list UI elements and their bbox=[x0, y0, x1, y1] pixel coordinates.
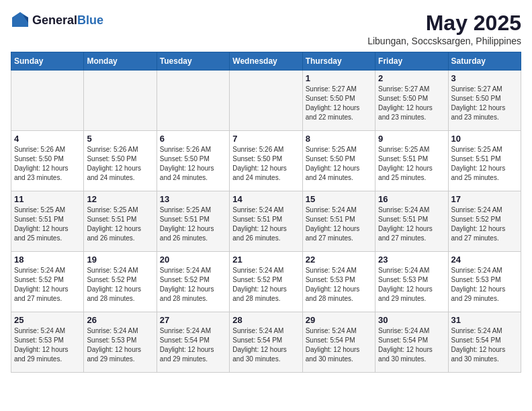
calendar-cell: 6Sunrise: 5:26 AM Sunset: 5:50 PM Daylig… bbox=[157, 131, 229, 191]
calendar-cell: 5Sunrise: 5:26 AM Sunset: 5:50 PM Daylig… bbox=[84, 131, 157, 191]
day-number: 11 bbox=[14, 194, 81, 204]
day-number: 23 bbox=[378, 255, 445, 265]
calendar-cell: 15Sunrise: 5:24 AM Sunset: 5:51 PM Dayli… bbox=[302, 191, 375, 252]
day-number: 7 bbox=[232, 134, 299, 144]
day-info: Sunrise: 5:25 AM Sunset: 5:51 PM Dayligh… bbox=[160, 205, 226, 243]
day-info: Sunrise: 5:27 AM Sunset: 5:50 PM Dayligh… bbox=[378, 85, 445, 122]
calendar-week-row: 1Sunrise: 5:27 AM Sunset: 5:50 PM Daylig… bbox=[11, 71, 521, 131]
calendar-cell: 7Sunrise: 5:26 AM Sunset: 5:50 PM Daylig… bbox=[230, 131, 302, 191]
weekday-header-row: SundayMondayTuesdayWednesdayThursdayFrid… bbox=[11, 52, 521, 71]
day-number: 17 bbox=[451, 194, 518, 204]
svg-marker-0 bbox=[12, 12, 28, 27]
calendar-cell: 13Sunrise: 5:25 AM Sunset: 5:51 PM Dayli… bbox=[157, 191, 229, 252]
day-number: 2 bbox=[378, 73, 445, 83]
location-subtitle: Libungan, Soccsksargen, Philippines bbox=[367, 36, 521, 46]
day-info: Sunrise: 5:24 AM Sunset: 5:53 PM Dayligh… bbox=[14, 326, 81, 364]
weekday-header-sunday: Sunday bbox=[11, 52, 84, 71]
day-info: Sunrise: 5:24 AM Sunset: 5:51 PM Dayligh… bbox=[232, 205, 299, 243]
calendar-cell: 24Sunrise: 5:24 AM Sunset: 5:53 PM Dayli… bbox=[448, 252, 521, 312]
day-info: Sunrise: 5:24 AM Sunset: 5:54 PM Dayligh… bbox=[160, 326, 226, 364]
day-info: Sunrise: 5:27 AM Sunset: 5:50 PM Dayligh… bbox=[306, 85, 372, 122]
logo: GeneralBlue bbox=[11, 11, 103, 30]
day-info: Sunrise: 5:24 AM Sunset: 5:52 PM Dayligh… bbox=[14, 266, 81, 304]
calendar-cell: 25Sunrise: 5:24 AM Sunset: 5:53 PM Dayli… bbox=[11, 312, 84, 373]
day-number: 21 bbox=[232, 255, 299, 265]
day-number: 20 bbox=[160, 255, 226, 265]
day-info: Sunrise: 5:25 AM Sunset: 5:51 PM Dayligh… bbox=[378, 145, 445, 183]
logo-general: General bbox=[32, 13, 77, 27]
day-info: Sunrise: 5:24 AM Sunset: 5:53 PM Dayligh… bbox=[87, 326, 153, 364]
calendar-week-row: 11Sunrise: 5:25 AM Sunset: 5:51 PM Dayli… bbox=[11, 191, 521, 252]
weekday-header-thursday: Thursday bbox=[302, 52, 375, 71]
calendar-cell: 29Sunrise: 5:24 AM Sunset: 5:54 PM Dayli… bbox=[302, 312, 375, 373]
day-number: 18 bbox=[14, 255, 81, 265]
day-number: 1 bbox=[306, 73, 372, 83]
day-info: Sunrise: 5:24 AM Sunset: 5:52 PM Dayligh… bbox=[160, 266, 226, 304]
day-info: Sunrise: 5:25 AM Sunset: 5:51 PM Dayligh… bbox=[14, 205, 81, 243]
day-info: Sunrise: 5:25 AM Sunset: 5:51 PM Dayligh… bbox=[451, 145, 518, 183]
day-number: 22 bbox=[306, 255, 372, 265]
day-info: Sunrise: 5:24 AM Sunset: 5:54 PM Dayligh… bbox=[306, 326, 372, 364]
day-number: 29 bbox=[306, 315, 372, 325]
day-info: Sunrise: 5:24 AM Sunset: 5:53 PM Dayligh… bbox=[378, 266, 445, 304]
calendar-cell: 2Sunrise: 5:27 AM Sunset: 5:50 PM Daylig… bbox=[375, 71, 448, 131]
calendar-table: SundayMondayTuesdayWednesdayThursdayFrid… bbox=[11, 52, 521, 373]
calendar-cell: 18Sunrise: 5:24 AM Sunset: 5:52 PM Dayli… bbox=[11, 252, 84, 312]
day-info: Sunrise: 5:26 AM Sunset: 5:50 PM Dayligh… bbox=[87, 145, 153, 183]
calendar-cell: 10Sunrise: 5:25 AM Sunset: 5:51 PM Dayli… bbox=[448, 131, 521, 191]
day-number: 5 bbox=[87, 134, 153, 144]
day-info: Sunrise: 5:25 AM Sunset: 5:50 PM Dayligh… bbox=[306, 145, 372, 183]
calendar-cell: 31Sunrise: 5:24 AM Sunset: 5:54 PM Dayli… bbox=[448, 312, 521, 373]
day-number: 24 bbox=[451, 255, 518, 265]
day-number: 9 bbox=[378, 134, 445, 144]
day-info: Sunrise: 5:24 AM Sunset: 5:52 PM Dayligh… bbox=[232, 266, 299, 304]
calendar-cell: 19Sunrise: 5:24 AM Sunset: 5:52 PM Dayli… bbox=[84, 252, 157, 312]
calendar-cell: 17Sunrise: 5:24 AM Sunset: 5:52 PM Dayli… bbox=[448, 191, 521, 252]
day-number: 25 bbox=[14, 315, 81, 325]
day-info: Sunrise: 5:24 AM Sunset: 5:52 PM Dayligh… bbox=[451, 205, 518, 243]
day-number: 3 bbox=[451, 73, 518, 83]
day-info: Sunrise: 5:24 AM Sunset: 5:53 PM Dayligh… bbox=[306, 266, 372, 304]
day-number: 15 bbox=[306, 194, 372, 204]
calendar-cell: 8Sunrise: 5:25 AM Sunset: 5:50 PM Daylig… bbox=[302, 131, 375, 191]
calendar-cell: 12Sunrise: 5:25 AM Sunset: 5:51 PM Dayli… bbox=[84, 191, 157, 252]
calendar-cell: 23Sunrise: 5:24 AM Sunset: 5:53 PM Dayli… bbox=[375, 252, 448, 312]
day-number: 19 bbox=[87, 255, 153, 265]
calendar-cell bbox=[157, 71, 229, 131]
day-number: 10 bbox=[451, 134, 518, 144]
calendar-week-row: 18Sunrise: 5:24 AM Sunset: 5:52 PM Dayli… bbox=[11, 252, 521, 312]
day-number: 31 bbox=[451, 315, 518, 325]
day-number: 6 bbox=[160, 134, 226, 144]
day-info: Sunrise: 5:24 AM Sunset: 5:51 PM Dayligh… bbox=[306, 205, 372, 243]
logo-blue: Blue bbox=[77, 13, 103, 27]
day-number: 30 bbox=[378, 315, 445, 325]
calendar-cell: 1Sunrise: 5:27 AM Sunset: 5:50 PM Daylig… bbox=[302, 71, 375, 131]
day-info: Sunrise: 5:27 AM Sunset: 5:50 PM Dayligh… bbox=[451, 85, 518, 122]
title-block: May 2025 Libungan, Soccsksargen, Philipp… bbox=[367, 11, 521, 46]
day-info: Sunrise: 5:25 AM Sunset: 5:51 PM Dayligh… bbox=[87, 205, 153, 243]
calendar-cell: 28Sunrise: 5:24 AM Sunset: 5:54 PM Dayli… bbox=[230, 312, 302, 373]
calendar-cell: 4Sunrise: 5:26 AM Sunset: 5:50 PM Daylig… bbox=[11, 131, 84, 191]
day-info: Sunrise: 5:24 AM Sunset: 5:51 PM Dayligh… bbox=[378, 205, 445, 243]
page-header: GeneralBlue May 2025 Libungan, Soccsksar… bbox=[11, 11, 521, 46]
calendar-week-row: 25Sunrise: 5:24 AM Sunset: 5:53 PM Dayli… bbox=[11, 312, 521, 373]
weekday-header-saturday: Saturday bbox=[448, 52, 521, 71]
calendar-cell: 21Sunrise: 5:24 AM Sunset: 5:52 PM Dayli… bbox=[230, 252, 302, 312]
calendar-cell: 30Sunrise: 5:24 AM Sunset: 5:54 PM Dayli… bbox=[375, 312, 448, 373]
weekday-header-wednesday: Wednesday bbox=[230, 52, 302, 71]
month-year-title: May 2025 bbox=[367, 11, 521, 36]
calendar-cell: 22Sunrise: 5:24 AM Sunset: 5:53 PM Dayli… bbox=[302, 252, 375, 312]
day-info: Sunrise: 5:26 AM Sunset: 5:50 PM Dayligh… bbox=[160, 145, 226, 183]
calendar-cell: 16Sunrise: 5:24 AM Sunset: 5:51 PM Dayli… bbox=[375, 191, 448, 252]
day-info: Sunrise: 5:24 AM Sunset: 5:53 PM Dayligh… bbox=[451, 266, 518, 304]
day-info: Sunrise: 5:26 AM Sunset: 5:50 PM Dayligh… bbox=[232, 145, 299, 183]
calendar-cell bbox=[84, 71, 157, 131]
calendar-cell: 27Sunrise: 5:24 AM Sunset: 5:54 PM Dayli… bbox=[157, 312, 229, 373]
calendar-cell: 11Sunrise: 5:25 AM Sunset: 5:51 PM Dayli… bbox=[11, 191, 84, 252]
calendar-cell: 14Sunrise: 5:24 AM Sunset: 5:51 PM Dayli… bbox=[230, 191, 302, 252]
day-number: 4 bbox=[14, 134, 81, 144]
calendar-cell: 26Sunrise: 5:24 AM Sunset: 5:53 PM Dayli… bbox=[84, 312, 157, 373]
calendar-cell bbox=[11, 71, 84, 131]
day-number: 13 bbox=[160, 194, 226, 204]
day-number: 16 bbox=[378, 194, 445, 204]
